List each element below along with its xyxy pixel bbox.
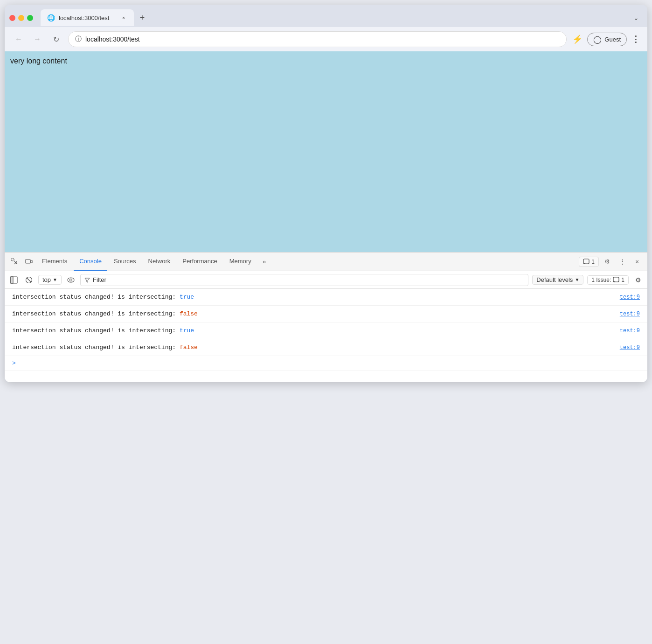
svg-rect-2	[31, 260, 32, 263]
prompt-label: >	[12, 360, 16, 367]
log-text-0: intersection status changed! is intersec…	[12, 294, 620, 301]
filter-icon	[84, 277, 90, 283]
lightning-icon[interactable]: ⚡	[572, 34, 583, 44]
tab-bar: 🌐 localhost:3000/test × + ⌄	[5, 5, 647, 27]
guest-label: Guest	[604, 36, 621, 43]
one-issue-label: 1 Issue:	[591, 277, 611, 283]
tab-console[interactable]: Console	[74, 252, 107, 271]
default-levels-label: Default levels	[536, 276, 573, 283]
traffic-lights	[9, 15, 33, 21]
svg-rect-10	[613, 277, 619, 282]
devtools-right-buttons: 1 ⚙ ⋮ ×	[579, 255, 644, 268]
one-issue-count: 1	[621, 277, 624, 283]
log-row: intersection status changed! is intersec…	[5, 322, 647, 339]
address-bar: ← → ↻ ⓘ localhost:3000/test ⚡ ◯ Guest ⋮	[5, 27, 647, 51]
svg-rect-0	[12, 259, 14, 261]
page-main-text: very long content	[10, 57, 67, 65]
browser-more-button[interactable]: ⋮	[631, 34, 640, 44]
log-text-3: intersection status changed! is intersec…	[12, 344, 620, 351]
guest-button[interactable]: ◯ Guest	[587, 33, 627, 46]
svg-point-8	[68, 278, 74, 282]
console-log-area: intersection status changed! is intersec…	[5, 289, 647, 382]
minimize-traffic-light[interactable]	[18, 15, 24, 21]
tab-sources[interactable]: Sources	[108, 252, 142, 271]
log-link-2[interactable]: test:9	[620, 328, 640, 334]
console-settings-icon[interactable]: ⚙	[632, 274, 644, 286]
back-button[interactable]: ←	[12, 33, 25, 46]
log-text-1: intersection status changed! is intersec…	[12, 310, 620, 317]
globe-icon: 🌐	[47, 14, 55, 21]
page-content-area: very long content	[5, 51, 647, 252]
url-text: localhost:3000/test	[85, 35, 560, 43]
log-row: intersection status changed! is intersec…	[5, 306, 647, 322]
one-issue-button[interactable]: 1 Issue: 1	[587, 275, 629, 285]
context-selector[interactable]: top ▼	[38, 275, 62, 285]
reload-button[interactable]: ↻	[49, 33, 62, 46]
svg-line-7	[27, 278, 31, 282]
devtools-panel: Elements Console Sources Network Perform…	[5, 252, 647, 382]
tab-memory[interactable]: Memory	[224, 252, 257, 271]
svg-point-9	[69, 279, 72, 281]
more-tabs-button[interactable]: »	[258, 255, 271, 268]
devtools-tab-bar: Elements Console Sources Network Perform…	[5, 252, 647, 271]
svg-rect-5	[11, 277, 13, 283]
device-toggle-icon[interactable]	[22, 255, 35, 268]
filter-input[interactable]: Filter	[80, 274, 528, 286]
tab-performance[interactable]: Performance	[177, 252, 222, 271]
user-circle-icon: ◯	[593, 35, 602, 44]
forward-button[interactable]: →	[31, 33, 44, 46]
svg-rect-1	[26, 259, 30, 263]
browser-window: 🌐 localhost:3000/test × + ⌄ ← → ↻ ⓘ loca…	[5, 5, 647, 382]
tab-network[interactable]: Network	[143, 252, 176, 271]
active-tab[interactable]: 🌐 localhost:3000/test ×	[41, 9, 134, 26]
devtools-settings-icon[interactable]: ⚙	[601, 255, 614, 268]
clear-console-icon[interactable]	[23, 274, 35, 286]
new-tab-button[interactable]: +	[136, 11, 149, 24]
tab-elements[interactable]: Elements	[36, 252, 73, 271]
chat-bubble-icon	[583, 259, 590, 265]
devtools-close-icon[interactable]: ×	[631, 255, 644, 268]
context-label: top	[42, 276, 51, 283]
svg-rect-3	[583, 259, 589, 264]
tab-close-button[interactable]: ×	[120, 14, 127, 21]
tab-expand-button[interactable]: ⌄	[630, 11, 643, 24]
chevron-down-icon: ▼	[53, 277, 57, 282]
tab-title: localhost:3000/test	[59, 14, 109, 21]
log-link-0[interactable]: test:9	[620, 294, 640, 301]
log-link-1[interactable]: test:9	[620, 311, 640, 317]
address-right-actions: ⚡ ◯ Guest ⋮	[572, 33, 640, 46]
devtools-more-icon[interactable]: ⋮	[616, 255, 629, 268]
url-bar[interactable]: ⓘ localhost:3000/test	[68, 31, 567, 47]
log-row: intersection status changed! is intersec…	[5, 289, 647, 306]
inspect-element-icon[interactable]	[8, 255, 21, 268]
log-text-2: intersection status changed! is intersec…	[12, 327, 620, 334]
log-levels-dropdown[interactable]: Default levels ▼	[532, 275, 583, 285]
close-traffic-light[interactable]	[9, 15, 15, 21]
issue-badge[interactable]: 1	[579, 257, 599, 267]
issue-chat-icon	[613, 277, 619, 283]
log-row: intersection status changed! is intersec…	[5, 339, 647, 356]
info-icon: ⓘ	[75, 35, 82, 43]
chevron-down-icon-levels: ▼	[575, 277, 579, 282]
log-link-3[interactable]: test:9	[620, 344, 640, 351]
console-prompt[interactable]: >	[5, 356, 647, 371]
maximize-traffic-light[interactable]	[27, 15, 33, 21]
eye-icon[interactable]	[65, 274, 76, 286]
sidebar-toggle-icon[interactable]	[8, 274, 20, 286]
issue-count: 1	[591, 259, 595, 265]
filter-label: Filter	[93, 276, 106, 283]
console-toolbar: top ▼ Filter Default levels ▼ 1 Iss	[5, 271, 647, 289]
